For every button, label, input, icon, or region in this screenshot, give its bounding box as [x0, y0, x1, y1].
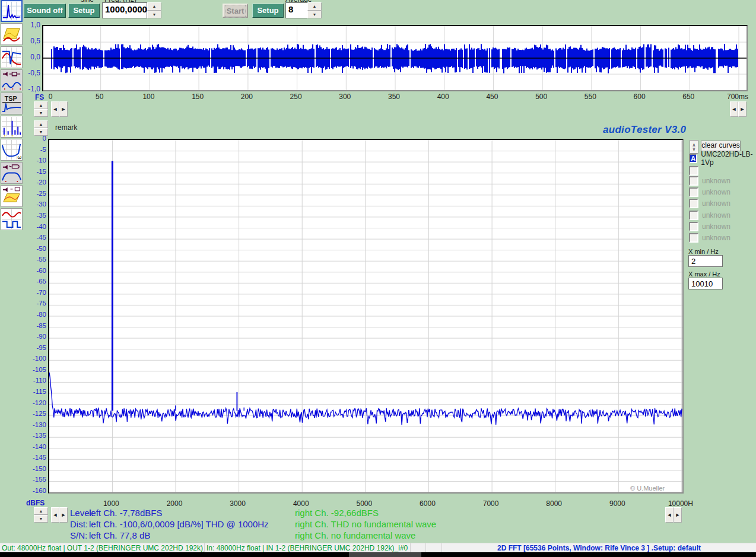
fft-y-spinner[interactable]: ▲▼ — [34, 507, 48, 523]
curve-label: unknown — [702, 177, 730, 185]
status-output-device: Out: 48000Hz float | OUT 1-2 (BEHRINGER … — [0, 543, 205, 553]
curve-checkbox[interactable] — [689, 199, 698, 208]
svg-text:ω: ω — [17, 154, 21, 160]
fft-y-tick: -140 — [24, 443, 46, 450]
fft-scroll-right-pair[interactable]: ◄► — [665, 507, 682, 523]
fft-x-tick: 6000 — [420, 499, 436, 508]
curve-checkbox-checked[interactable]: A — [689, 154, 697, 163]
remark-spinner[interactable]: ▲▼ — [34, 120, 48, 136]
status-empty-2 — [426, 543, 442, 553]
xmax-label: X max / Hz — [688, 270, 720, 278]
measurement-name: S/N: — [70, 530, 87, 540]
fft-x-tick: 7000 — [483, 499, 499, 508]
status-bar: Out: 48000Hz float | OUT 1-2 (BEHRINGER … — [0, 543, 756, 553]
scope-y-tick: -1,0 — [21, 85, 40, 93]
curve-checkbox[interactable] — [689, 222, 698, 231]
fft-spectrum-curve — [49, 140, 682, 492]
fft-x-tick: 5000 — [357, 499, 373, 508]
curve-row: unknown — [689, 198, 730, 208]
scope-x-tick: 700ms — [727, 93, 748, 101]
fft-y-tick: -85 — [24, 322, 46, 329]
fft-y-tick: -95 — [24, 344, 46, 351]
harmonics-spectrum-icon[interactable] — [1, 116, 23, 138]
fft-y-tick: -145 — [24, 454, 46, 461]
curve-label: unknown — [702, 234, 730, 242]
curve-select-spinner[interactable]: ∧∨ — [690, 140, 698, 154]
fft-plot — [48, 139, 684, 494]
status-empty-1 — [411, 543, 426, 553]
fft-y-tick: -55 — [24, 256, 46, 263]
sound-off-button[interactable]: Sound off — [24, 4, 66, 18]
fft-y-tick: -80 — [24, 311, 46, 318]
xmin-input[interactable]: 2 — [688, 255, 723, 267]
analyzer-setup-button[interactable]: Setup — [252, 4, 284, 18]
dbfs-label: dBFS — [26, 499, 45, 507]
fft-y-tick: 0 — [24, 135, 46, 142]
scope-x-tick: 300 — [339, 93, 351, 101]
curve-row: unknown — [689, 221, 730, 231]
curve-row: unknown — [689, 233, 730, 243]
fft-x-tick: 1000 — [103, 499, 119, 508]
status-fft-info: 2D FFT [65536 Points, Window: Rife Vince… — [442, 543, 756, 553]
fft-y-tick: -90 — [24, 333, 46, 340]
fft-x-tick: 2000 — [167, 499, 183, 508]
scope-x-tick: 100 — [142, 93, 154, 101]
taskbar-segment — [349, 552, 421, 557]
fft-y-tick: -65 — [24, 278, 46, 285]
fft-y-tick: -110 — [24, 377, 46, 384]
fft-y-tick: -115 — [24, 388, 46, 395]
curve-checkbox[interactable] — [689, 166, 698, 176]
copyright-label: © U.Mueller — [630, 485, 665, 492]
fft-y-tick: -120 — [24, 399, 46, 406]
xmin-label: X min / Hz — [688, 248, 719, 255]
fft-x-tick: 4000 — [293, 499, 309, 508]
freq-response-icon[interactable] — [1, 46, 23, 68]
fft-scroll-left-pair[interactable]: ◄► — [51, 507, 68, 523]
status-input-device: In: 48000Hz float | IN 1-2 (BEHRINGER UM… — [205, 543, 411, 553]
generator-setup-button[interactable]: Setup — [68, 4, 100, 18]
fft-x-tick: 3000 — [230, 499, 246, 508]
frequency-input[interactable]: 1000,0000 — [102, 2, 147, 18]
wave-shapes-icon[interactable] — [1, 208, 23, 230]
fft-y-tick: -150 — [24, 465, 46, 472]
scope-y-tick: 0,0 — [21, 53, 40, 61]
svg-text:TSP: TSP — [5, 95, 17, 102]
fft-y-tick: -5 — [24, 146, 46, 153]
fft-y-tick: -15 — [24, 168, 46, 175]
curve-checkbox[interactable] — [689, 176, 698, 186]
measurement-right-channel: right Ch. THD no fundamental wave — [295, 519, 436, 529]
fs-label: FS — [35, 93, 44, 101]
fft-y-tick: -50 — [24, 245, 46, 252]
xmax-input[interactable]: 10010 — [688, 278, 723, 289]
speaker-impedance-icon[interactable] — [1, 69, 23, 91]
scope-scroll-right-pair[interactable]: ◄► — [730, 101, 747, 117]
scope-x-tick: 400 — [437, 93, 449, 101]
fft-y-tick: -105 — [24, 366, 46, 373]
scope-y-tick: 1,0 — [21, 21, 40, 29]
frequency-spinner[interactable]: ▲▼ — [147, 2, 161, 18]
curve-checkbox[interactable] — [689, 211, 698, 220]
scope-scroll-left-pair[interactable]: ◄► — [51, 101, 68, 117]
measurement-right-channel: right Ch. -92,66dBFS — [295, 508, 379, 518]
curve-checkbox[interactable] — [689, 233, 698, 243]
speaker-3d-icon[interactable] — [1, 185, 23, 207]
scope-x-tick: 350 — [388, 93, 400, 101]
fft-spectrum-icon[interactable] — [1, 0, 23, 22]
speaker-mic-icon[interactable] — [1, 162, 23, 184]
scope-x-tick: 450 — [486, 93, 498, 101]
start-button[interactable]: Start — [223, 4, 248, 18]
scope-y-spinner[interactable]: ▲▼ — [34, 101, 48, 117]
curve-checkbox[interactable] — [689, 187, 698, 197]
curve-omega-icon[interactable]: ω — [1, 139, 23, 161]
scope-x-tick: 0 — [49, 93, 53, 101]
waterfall-3d-icon[interactable] — [1, 23, 23, 45]
fft-y-tick: -45 — [24, 234, 46, 241]
average-spinner[interactable]: ▲▼ — [307, 2, 322, 18]
tsp-icon[interactable]: TSP — [1, 93, 23, 114]
curve-row — [689, 165, 698, 176]
average-input[interactable]: 8 — [285, 2, 308, 18]
scope-x-tick: 200 — [241, 93, 253, 101]
scope-x-tick: 600 — [634, 93, 646, 101]
measurement-right-channel: right Ch. no fundamental wave — [295, 530, 415, 540]
curve-label: unknown — [702, 199, 730, 208]
